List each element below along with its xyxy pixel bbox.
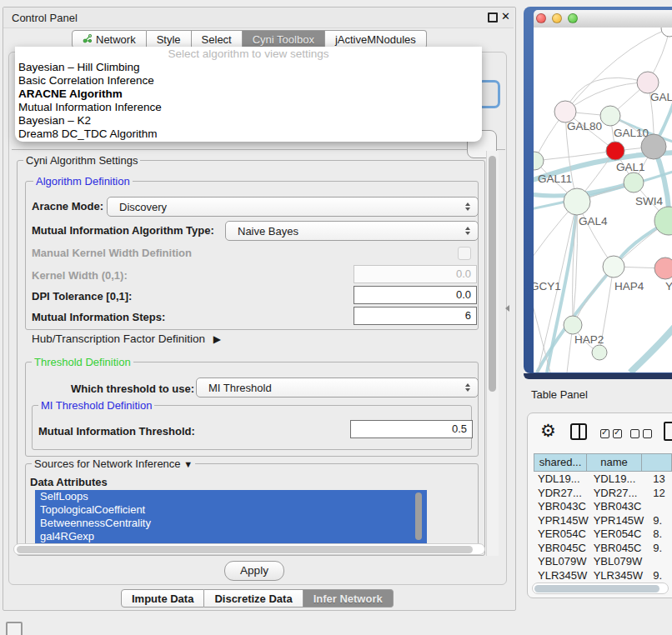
- table-cell: 9.: [648, 514, 672, 528]
- tab-label: Cyni Toolbox: [253, 31, 314, 48]
- dpi-tolerance-label: DPI Tolerance [0,1]:: [32, 290, 132, 302]
- control-panel-titlebar[interactable]: [3, 8, 514, 28]
- settings-vertical-scrollbar[interactable]: [486, 151, 499, 556]
- network-node-label: GAL4: [579, 215, 608, 228]
- table-row[interactable]: YDL19...YDL19...13: [534, 472, 672, 487]
- algorithm-option[interactable]: Bayesian – Hill Climbing: [15, 61, 482, 74]
- algorithm-option[interactable]: ARACNE Algorithm: [15, 88, 482, 101]
- table-cell: YBL079W: [534, 555, 590, 569]
- table-cell: 9.: [648, 569, 672, 583]
- attribute-list-item[interactable]: SelfLoops: [35, 490, 427, 503]
- network-node-label: GAL: [650, 91, 672, 103]
- aracne-mode-select[interactable]: Discovery: [107, 197, 479, 217]
- network-node[interactable]: [661, 28, 672, 37]
- table-column-header[interactable]: name: [587, 453, 642, 472]
- table-row[interactable]: YDR27...YDR27...12: [534, 487, 672, 501]
- tab-style[interactable]: Style: [147, 30, 192, 48]
- attribute-list-item[interactable]: BetweennessCentrality: [35, 517, 427, 530]
- mi-threshold-input[interactable]: 0.5: [350, 420, 473, 438]
- algorithm-placeholder: Select algorithm to view settings: [15, 47, 482, 61]
- tab-label: Style: [157, 31, 181, 48]
- column-layout-icon[interactable]: [570, 423, 587, 440]
- table-column-header[interactable]: [642, 453, 672, 472]
- algorithm-option[interactable]: Mutual Information Inference: [15, 101, 482, 114]
- table-row[interactable]: YLR345WYLR345W9.: [534, 569, 672, 583]
- apply-button[interactable]: Apply: [224, 561, 284, 581]
- table-row[interactable]: YPR145WYPR145W9.: [534, 514, 672, 528]
- attribute-list-item[interactable]: TopologicalCoefficient: [35, 503, 427, 517]
- hub-definition-label: Hub/Transcription Factor Definition: [32, 332, 205, 345]
- scrollbar-thumb[interactable]: [489, 156, 496, 392]
- network-node[interactable]: [592, 345, 607, 360]
- tab-select[interactable]: Select: [192, 30, 243, 48]
- table-row[interactable]: YBR045CYBR045C9.: [534, 542, 672, 556]
- network-canvas[interactable]: GALGAL80GAL10GAL1GAL11SWI4GAL4GCY1HAP4YH…: [534, 28, 672, 372]
- floating-palette-icon[interactable]: [6, 622, 23, 635]
- close-traffic-light-icon[interactable]: [536, 13, 546, 23]
- minimize-traffic-light-icon[interactable]: [552, 13, 562, 23]
- network-node[interactable]: [600, 106, 620, 126]
- maximize-icon[interactable]: [488, 12, 498, 22]
- control-panel-tabbar: NetworkStyleSelectCyni ToolboxjActiveMNo…: [72, 30, 427, 48]
- table-cell: YPR145W: [534, 514, 590, 528]
- network-node[interactable]: [624, 172, 644, 192]
- mi-steps-input[interactable]: 6: [354, 307, 477, 325]
- scrollbar-thumb[interactable]: [17, 546, 473, 553]
- tab-infer-network[interactable]: Infer Network: [303, 589, 394, 608]
- table-cell: YBR043C: [590, 500, 649, 514]
- network-node[interactable]: [534, 152, 544, 170]
- tab-discretize-data[interactable]: Discretize Data: [204, 589, 303, 608]
- hub-definition-expander[interactable]: Hub/Transcription Factor Definition ▶: [32, 332, 221, 345]
- aracne-mode-label: Aracne Mode:: [32, 200, 103, 212]
- gear-icon[interactable]: ⚙: [540, 421, 556, 441]
- tab-jactivemnodules[interactable]: jActiveMNodules: [325, 30, 427, 48]
- dpi-tolerance-input[interactable]: 0.0: [354, 286, 477, 304]
- network-node[interactable]: [603, 256, 624, 278]
- network-edge[interactable]: [630, 324, 672, 372]
- network-node[interactable]: [606, 142, 624, 160]
- zoom-traffic-light-icon[interactable]: [568, 13, 578, 23]
- close-icon[interactable]: ✕: [501, 10, 510, 22]
- which-threshold-select[interactable]: MI Threshold: [196, 378, 479, 398]
- table-cell: 12: [648, 487, 672, 501]
- mi-type-select[interactable]: Naive Bayes: [225, 221, 479, 241]
- table-horizontal-scrollbar[interactable]: [532, 582, 669, 594]
- unchecked-checkboxes-icon[interactable]: [630, 428, 652, 441]
- list-scrollbar-thumb[interactable]: [415, 492, 422, 540]
- sources-legend[interactable]: Sources for Network Inference ▼: [32, 458, 195, 470]
- network-node[interactable]: [654, 258, 672, 279]
- tab-cyni-toolbox[interactable]: Cyni Toolbox: [243, 30, 325, 48]
- table-column-header[interactable]: shared...: [534, 453, 587, 472]
- data-attributes-list[interactable]: SelfLoopsTopologicalCoefficientBetweenne…: [35, 490, 427, 543]
- screenshot-root: { "control_panel": { "title": "Control P…: [0, 0, 672, 635]
- attribute-list-item[interactable]: gal4RGexp: [35, 530, 427, 543]
- document-icon[interactable]: [664, 422, 672, 441]
- network-node[interactable]: [654, 207, 672, 235]
- manual-kernel-checkbox[interactable]: [458, 247, 471, 260]
- chevron-down-icon: ▼: [183, 459, 193, 469]
- algorithm-option[interactable]: Dream8 DC_TDC Algorithm: [15, 128, 482, 141]
- scrollbar-thumb[interactable]: [534, 585, 659, 592]
- checked-checkboxes-icon[interactable]: [600, 428, 622, 441]
- settings-horizontal-scrollbar[interactable]: [13, 543, 485, 555]
- table-cell: YBR045C: [590, 542, 649, 556]
- threshold-definition-legend: Threshold Definition: [32, 356, 133, 368]
- table-row[interactable]: YBR043CYBR043C: [534, 500, 672, 514]
- network-node-label: HAP4: [614, 280, 644, 292]
- network-node[interactable]: [564, 316, 582, 334]
- kernel-width-input[interactable]: 0.0: [354, 265, 477, 283]
- table-row[interactable]: YER054CYER054C8.: [534, 528, 672, 542]
- cyni-algorithm-settings-legend: Cyni Algorithm Settings: [23, 154, 140, 167]
- tab-impute-data[interactable]: Impute Data: [121, 589, 204, 608]
- network-node-label: Y: [665, 280, 672, 292]
- table-cell: 8.: [648, 528, 672, 542]
- mi-type-value: Naive Bayes: [226, 225, 465, 238]
- algorithm-option[interactable]: Basic Correlation Inference: [15, 74, 482, 88]
- panel-splitter-handle[interactable]: [505, 305, 509, 312]
- network-node[interactable]: [564, 188, 590, 215]
- table-row[interactable]: YBL079WYBL079W: [534, 555, 672, 569]
- algorithm-option[interactable]: Bayesian – K2: [15, 114, 482, 128]
- tab-network[interactable]: Network: [72, 30, 147, 48]
- aracne-mode-value: Discovery: [108, 201, 465, 213]
- network-node-label: GAL1: [616, 161, 645, 173]
